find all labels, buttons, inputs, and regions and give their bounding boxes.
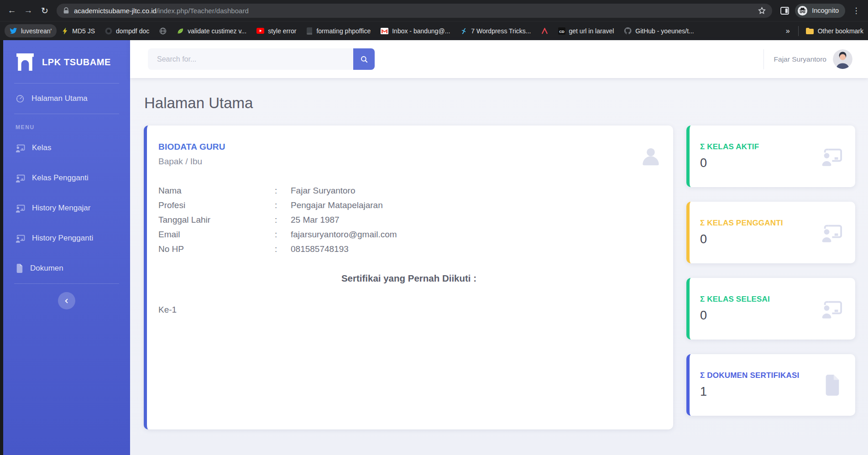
gmail-icon (381, 28, 388, 34)
url-path: /index.php/Teacher/dashboard (157, 7, 249, 15)
bookmark-formating-phpoffice[interactable]: formating phpoffice (301, 25, 376, 37)
stat-value: 0 (700, 156, 759, 170)
certificate-item: Ke-1 (158, 305, 659, 315)
sidebar: LPK TSUBAME Halaman Utama MENU Kelas Kel… (3, 40, 130, 455)
chalkboard-teacher-icon (16, 174, 25, 183)
bookmark-inbox-bandung[interactable]: Inbox - bandung@... (376, 25, 455, 37)
page-title: Halaman Utama (144, 94, 855, 112)
sidebar-item-kelas[interactable]: Kelas (3, 133, 130, 163)
bookmark-validate-custimez-v[interactable]: validate custimez v... (172, 25, 251, 37)
field-value: Pengajar Matapelajaran (291, 198, 383, 213)
sidebar-item-halaman-utama[interactable]: Halaman Utama (3, 84, 130, 114)
field-colon: : (275, 183, 291, 198)
stat-value: 1 (700, 385, 799, 399)
incognito-icon (797, 5, 808, 16)
sidebar-item-history-mengajar[interactable]: History Mengajar (3, 193, 130, 223)
bookmark-style-error[interactable]: style error (251, 25, 301, 37)
topbar: Fajar Suryantoro (130, 40, 868, 78)
sidebar-item-dokumen[interactable]: Dokumen (3, 253, 130, 283)
bookmark-get-url-in-laravel[interactable]: CD get url in laravel (553, 25, 619, 37)
avatar[interactable] (833, 49, 852, 69)
biodata-field-row: Nama : Fajar Suryantoro (158, 183, 659, 198)
stats-column: Σ KELAS AKTIF 0 Σ KELAS PENGGANTI 0 Σ KE… (686, 126, 855, 416)
red-a-icon (541, 28, 548, 34)
bookmark-globe-icon[interactable] (154, 25, 172, 37)
globe-icon (159, 27, 167, 35)
file-icon (16, 264, 23, 273)
stat-label: Σ KELAS PENGGANTI (700, 219, 783, 228)
stat-card: Σ DOKUMEN SERTIFIKASI 1 (686, 354, 855, 416)
bookmark-red-a-icon[interactable] (536, 25, 553, 37)
sidebar-brand[interactable]: LPK TSUBAME (3, 40, 130, 83)
biodata-field-row: Tanggal Lahir : 25 Mar 1987 (158, 213, 659, 227)
github-icon (624, 27, 632, 35)
bookmarks-bar: luvestrean' MD5 JS dompdf doc validate c… (0, 21, 868, 40)
url-domain: academictsubame-jltc.co.id (74, 7, 157, 15)
chalkboard-teacher-icon (16, 144, 25, 152)
search-form (148, 48, 375, 70)
web-page: LPK TSUBAME Halaman Utama MENU Kelas Kel… (0, 40, 868, 455)
topbar-user-area: Fajar Suryantoro (763, 49, 852, 69)
bookmark-github-yoeunes-t[interactable]: GitHub - yoeunes/t... (619, 24, 699, 37)
dashboard-icon (16, 94, 25, 103)
script-icon (460, 27, 467, 35)
brand-arch-icon (16, 52, 35, 72)
sidebar-item-kelas-pengganti[interactable]: Kelas Pengganti (3, 163, 130, 193)
stat-label: Σ DOKUMEN SERTIFIKASI (700, 371, 799, 380)
folder-icon (806, 28, 814, 34)
bookmark-star-icon[interactable] (754, 3, 769, 18)
field-colon: : (275, 242, 291, 256)
other-bookmarks-button[interactable]: Other bookmark (802, 27, 863, 35)
sidebar-collapse-button[interactable] (58, 292, 75, 309)
topbar-divider (763, 49, 764, 69)
field-label: No HP (158, 242, 275, 256)
sidebar-nav: Kelas Kelas Pengganti History Mengajar H… (3, 133, 130, 283)
bookmark-luvestrean[interactable]: luvestrean' (5, 24, 57, 37)
other-bookmarks-label: Other bookmark (818, 27, 863, 35)
content-area: Halaman Utama BIODATA GURU Bapak / Ibu N… (130, 78, 868, 455)
field-colon: : (275, 227, 291, 242)
avatar-illustration (833, 49, 852, 69)
search-button[interactable] (353, 48, 375, 70)
lock-icon (63, 7, 69, 14)
back-button[interactable]: ← (4, 2, 20, 19)
brand-text: LPK TSUBAME (42, 57, 111, 68)
youtube-icon (256, 28, 264, 34)
certificates-list: Ke-1 (158, 305, 659, 315)
sidebar-item-history-pengganti[interactable]: History Pengganti (3, 223, 130, 253)
chalkboard-teacher-icon (16, 234, 25, 243)
stat-card: Σ KELAS AKTIF 0 (686, 126, 855, 187)
stat-label: Σ KELAS AKTIF (700, 142, 759, 152)
browser-window: ← → ↻ academictsubame-jltc.co.id/index.p… (0, 0, 868, 455)
bookmark-md5-js[interactable]: MD5 JS (57, 25, 100, 37)
field-label: Email (158, 227, 275, 242)
url-bar[interactable]: academictsubame-jltc.co.id/index.php/Tea… (57, 4, 772, 18)
chalkboard-teacher-icon (821, 298, 842, 319)
forward-button[interactable]: → (20, 2, 37, 19)
kebab-menu-icon[interactable]: ⋮ (848, 2, 864, 19)
stat-card: Σ KELAS PENGGANTI 0 (686, 202, 855, 263)
reload-button[interactable]: ↻ (37, 2, 53, 19)
field-colon: : (275, 198, 291, 213)
incognito-label: Incognito (812, 7, 839, 14)
svg-text:CD: CD (559, 29, 565, 33)
search-input[interactable] (148, 48, 353, 70)
field-value: 25 Mar 1987 (291, 213, 340, 227)
browser-toolbar: ← → ↻ academictsubame-jltc.co.id/index.p… (0, 0, 868, 21)
bookmarks-overflow-chevron[interactable]: » (781, 27, 795, 35)
dark-circle-icon (105, 27, 112, 35)
stat-label: Σ KELAS SELESAI (700, 295, 770, 304)
biodata-field-row: Email : fajarsuryantoro@gmail.com (158, 227, 659, 242)
bookmark-dompdf-doc[interactable]: dompdf doc (100, 25, 154, 37)
biodata-fields: Nama : Fajar Suryantoro Profesi : Pengaj… (158, 183, 659, 256)
stat-card: Σ KELAS SELESAI 0 (686, 278, 855, 340)
field-label: Tanggal Lahir (158, 213, 275, 227)
field-value: 081585748193 (291, 242, 349, 256)
bookmark-7-wordpress-tricks[interactable]: 7 Wordpress Tricks... (455, 25, 536, 37)
book-icon (306, 27, 313, 35)
incognito-badge: Incognito (795, 4, 845, 18)
screen-edge (0, 40, 3, 455)
file-icon (821, 375, 842, 396)
biodata-card: BIODATA GURU Bapak / Ibu Nama : Fajar Su… (144, 126, 673, 429)
side-panel-icon[interactable] (777, 3, 792, 18)
